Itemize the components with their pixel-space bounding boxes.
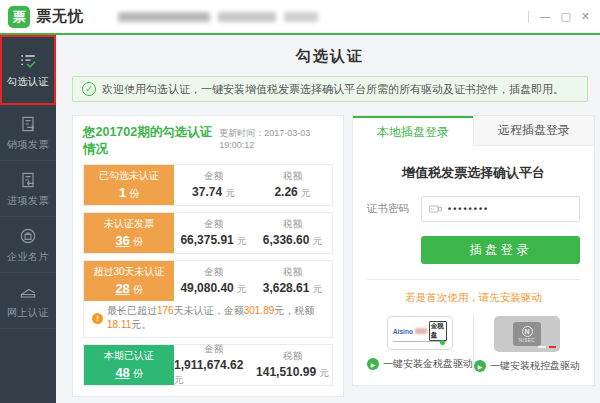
play-circle-icon: ▶: [367, 358, 379, 370]
stat-label: 已勾选未认证: [99, 169, 159, 183]
unit-label: 元: [225, 187, 235, 198]
sidebar-item-sales-invoices[interactable]: 销项发票: [0, 105, 56, 161]
amount-value: 66,375.91: [180, 233, 233, 247]
check-circle-icon: ✓: [82, 82, 96, 96]
sidebar-item-label: 企业名片: [7, 250, 49, 264]
tax-value: 2.26: [274, 185, 297, 199]
count-link[interactable]: 48: [115, 365, 129, 380]
overdue-warning: ! 最长已超过176天未认证，金额301.89元，税额18.11元。: [84, 301, 332, 337]
welcome-banner: ✓ 欢迎使用勾选认证，一键安装增值税发票选择确认平台所需的所有驱动及证书控件，插…: [72, 76, 588, 102]
tax-header: 税额: [283, 266, 302, 279]
page-title: 勾选认证: [72, 47, 588, 66]
tab-remote-disk-login[interactable]: 远程插盘登录: [473, 116, 594, 146]
unit-label: 元: [237, 235, 247, 246]
stat-label: 本期已认证: [104, 349, 154, 363]
overdue-warning-text: 最长已超过176天未认证，金额301.89元，税额18.11元。: [107, 304, 324, 332]
usb-key-icon: [429, 204, 442, 214]
tax-header: 税额: [283, 170, 302, 183]
install-goldtax-driver-button[interactable]: ▶ 一键安装金税盘驱动: [367, 357, 473, 371]
count-link[interactable]: 28: [115, 281, 129, 296]
checklist-icon: [18, 51, 38, 71]
titlebar: 票 票无忧 — ▢ ✕: [0, 0, 600, 33]
tab-local-disk-login[interactable]: 本地插盘登录: [353, 116, 473, 146]
cert-password-field[interactable]: [421, 196, 580, 222]
unit-label: 元: [301, 187, 311, 198]
logo-glyph: 票: [13, 8, 26, 26]
goldtax-model-label: 金税盘: [429, 321, 447, 341]
redacted-bar: [118, 12, 210, 22]
minimize-button[interactable]: —: [539, 11, 550, 22]
sidebar-item-label: 网上认证: [7, 306, 49, 320]
section-divider: [367, 279, 580, 280]
disk-login-button[interactable]: 插盘登录: [421, 236, 580, 264]
tax-value: 6,336.60: [263, 233, 310, 247]
invoice-in-icon: [18, 170, 38, 190]
login-panel: 本地插盘登录 远程插盘登录 增值税发票选择确认平台 证书密码: [352, 115, 595, 386]
stat-count: 1: [119, 185, 126, 200]
device-led: [440, 340, 445, 345]
sidebar-item-label: 勾选认证: [7, 75, 49, 89]
amount-header: 金额: [204, 218, 223, 231]
stat-label: 未认证发票: [104, 217, 154, 231]
stat-label-block: 未认证发票 36 份: [84, 213, 174, 253]
stat-label: 超过30天未认证: [93, 265, 164, 279]
stat-label-block: 超过30天未认证 28 份: [84, 261, 174, 301]
sidebar-item-check-certification[interactable]: 勾选认证: [0, 35, 56, 105]
taxcontrol-driver-block: N NISEC ▶ 一键安装税控盘驱动: [474, 316, 580, 373]
stat-label-block: 本期已认证 48 份: [84, 345, 174, 385]
redacted-bar: [284, 12, 318, 22]
sidebar-item-label: 销项发票: [7, 138, 49, 152]
unit-label: 元: [319, 367, 329, 378]
close-button[interactable]: ✕: [581, 11, 590, 22]
goldtax-driver-block: Aisino 金税盘 ▶ 一键安装金税盘驱动: [367, 316, 473, 373]
tax-header: 税额: [283, 218, 302, 231]
sidebar-item-company-card[interactable]: 企业名片: [0, 217, 56, 273]
device-face: N NISEC: [513, 322, 541, 346]
cert-password-input[interactable]: [448, 204, 572, 214]
sidebar: 勾选认证 销项发票 进项发票: [0, 35, 56, 403]
sidebar-item-purchase-invoices[interactable]: 进项发票: [0, 161, 56, 217]
main-content: 勾选认证 ✓ 欢迎使用勾选认证，一键安装增值税发票选择确认平台所需的所有驱动及证…: [56, 35, 600, 403]
sidebar-item-online-certification[interactable]: 网上认证: [0, 273, 56, 329]
count-unit: 份: [133, 236, 143, 247]
platform-title: 增值税发票选择确认平台: [367, 164, 580, 182]
invoice-out-icon: [18, 114, 38, 134]
stat-row-certified: 本期已认证 48 份 金额1,911,674.62 元 税额141,510.99…: [83, 344, 333, 386]
first-use-hint: 若是首次使用，请先安装驱动: [367, 291, 580, 305]
install-goldtax-driver-label: 一键安装金税盘驱动: [383, 357, 473, 371]
tax-value: 141,510.99: [256, 365, 316, 379]
redacted-bar: [218, 12, 276, 22]
tax-value: 3,628.61: [263, 281, 310, 295]
install-taxcontrol-driver-label: 一键安装税控盘驱动: [490, 359, 580, 373]
amount-value: 49,080.40: [180, 281, 233, 295]
install-taxcontrol-driver-button[interactable]: ▶ 一键安装税控盘驱动: [474, 359, 580, 373]
stat-label-block: 已勾选未认证 1 份: [84, 165, 174, 205]
count-unit: 份: [133, 284, 143, 295]
business-card-icon: [18, 226, 38, 246]
stat-row-uncertified: 未认证发票 36 份 金额66,375.91 元 税额6,336.60 元: [83, 212, 333, 254]
app-title: 票无忧: [36, 7, 84, 26]
unit-label: 元: [237, 283, 247, 294]
unit-label: 元: [313, 235, 323, 246]
controls-separator: [528, 11, 529, 23]
amount-header: 金额: [204, 266, 223, 279]
update-time: 更新时间：2017-03-03 19:00:12: [219, 127, 333, 150]
stats-panel: 您201702期的勾选认证情况 更新时间：2017-03-03 19:00:12…: [72, 115, 344, 397]
amount-header: 金额: [204, 343, 223, 356]
welcome-banner-text: 欢迎使用勾选认证，一键安装增值税发票选择确认平台所需的所有驱动及证书控件，插盘即…: [102, 82, 564, 97]
amount-header: 金额: [204, 170, 223, 183]
maximize-button[interactable]: ▢: [560, 11, 570, 22]
taxcontrol-device-image: N NISEC: [494, 316, 560, 352]
unit-label: 元: [313, 283, 323, 294]
stat-row-overdue-30days: 超过30天未认证 28 份 金额49,080.40 元 税额3,628.61 元…: [83, 260, 333, 338]
redacted-serial: [415, 328, 427, 334]
amount-value: 1,911,674.62: [174, 358, 243, 372]
nisec-brand-label: NISEC: [519, 338, 535, 343]
amount-value: 37.74: [192, 185, 222, 199]
count-link[interactable]: 36: [115, 233, 129, 248]
cert-password-label: 证书密码: [367, 202, 413, 216]
app-logo-icon: 票: [8, 6, 30, 28]
device-mark-red: [549, 346, 556, 348]
goldtax-device-image: Aisino 金税盘: [387, 316, 453, 350]
stats-heading: 您201702期的勾选认证情况: [83, 124, 219, 158]
